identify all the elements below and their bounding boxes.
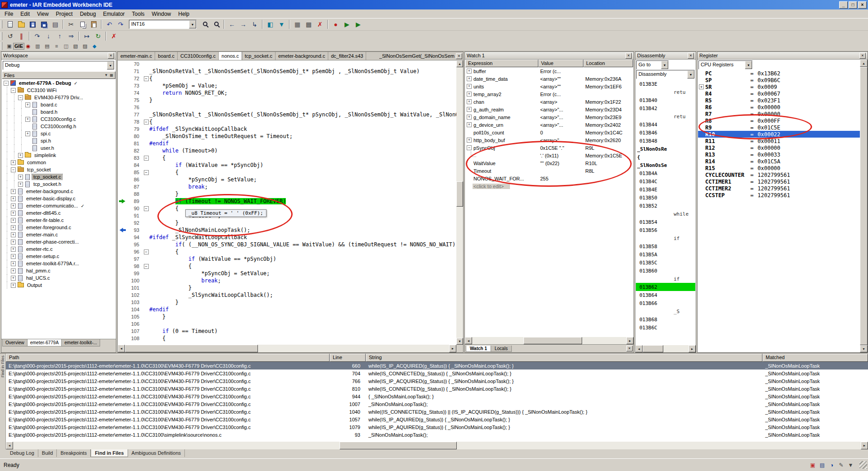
- tree-item-evm430-f6779-driv[interactable]: −EVM430-F6779 Driv...: [2, 94, 115, 101]
- tree-item-cc3100config-c[interactable]: +CC3100config.c: [2, 115, 115, 123]
- editor-tab-nonos-c[interactable]: nonos.c: [219, 52, 242, 60]
- toggle-bookmark-button[interactable]: ◧: [265, 19, 276, 29]
- toolbar-grip[interactable]: [1, 20, 2, 28]
- disasm-line[interactable]: if: [636, 234, 695, 242]
- disasm-line[interactable]: _S: [636, 307, 695, 315]
- menu-file[interactable]: File: [1, 10, 17, 18]
- disasm-line[interactable]: 013B48: [636, 137, 695, 145]
- disassembly-close-icon[interactable]: ×: [688, 53, 694, 59]
- find-result-row[interactable]: E:\jtang\000-projects\2015-projects\1112…: [6, 431, 868, 439]
- pen-settings-icon[interactable]: ✎: [837, 461, 845, 469]
- editor-tab-tcp-socket-c[interactable]: tcp_socket.c: [242, 52, 276, 60]
- fold-minus-icon[interactable]: −: [144, 206, 149, 211]
- find-column-header-path[interactable]: Path: [6, 354, 330, 362]
- tree-expand-toggle[interactable]: +: [11, 232, 16, 237]
- step-into-button[interactable]: ↓: [43, 31, 54, 41]
- register-row-cctimer1[interactable]: CCTIMER1=1202799561: [698, 178, 860, 185]
- tree-item-common[interactable]: +common: [2, 159, 115, 166]
- tree-expand-toggle[interactable]: +: [11, 196, 16, 201]
- watch-expand-toggle[interactable]: +: [467, 122, 472, 127]
- columns-icon[interactable]: ▦: [110, 73, 113, 77]
- stack-window-button[interactable]: ▨: [80, 42, 90, 51]
- watch-hscroll-thumb[interactable]: [524, 337, 582, 344]
- watch-tab-watch-1[interactable]: Watch 1: [466, 346, 491, 352]
- language-bar-options-icon[interactable]: ▼: [846, 461, 855, 469]
- workspace-tab-overview[interactable]: Overview: [2, 339, 28, 346]
- find-result-row[interactable]: E:\jtang\000-projects\2015-projects\1112…: [6, 392, 868, 400]
- scroll-right-icon[interactable]: ►: [689, 345, 696, 352]
- disassembly-mode-combo[interactable]: Disassembly ▼: [636, 70, 695, 79]
- menu-edit[interactable]: Edit: [17, 10, 33, 18]
- find-column-header-line[interactable]: Line: [330, 354, 366, 362]
- disasm-line[interactable]: _SlNonOsRe: [636, 145, 695, 153]
- menu-debug[interactable]: Debug: [76, 10, 99, 18]
- tree-expand-toggle[interactable]: +: [11, 283, 16, 288]
- watch-new-row[interactable]: <click to edit>: [465, 182, 633, 190]
- disasm-line[interactable]: 013B54: [636, 218, 695, 226]
- symbolic-memory-button[interactable]: ▤: [42, 42, 52, 51]
- goto-button[interactable]: ↳: [249, 19, 260, 29]
- navigate-forward-button[interactable]: →: [238, 19, 249, 29]
- register-group-value[interactable]: CPU Registers: [699, 61, 745, 69]
- watch-expand-toggle[interactable]: +: [467, 138, 472, 143]
- search-combo[interactable]: INT16 ▼: [129, 20, 197, 29]
- register-row-sr[interactable]: +SR=0x0009: [698, 83, 860, 90]
- register-row-pc[interactable]: PC=0x13B62: [698, 70, 860, 77]
- find-next-button[interactable]: [211, 19, 222, 29]
- scroll-down-icon[interactable]: ▼: [860, 345, 868, 352]
- register-vscroll-thumb[interactable]: [860, 67, 868, 345]
- register-expand-toggle[interactable]: +: [699, 84, 704, 89]
- tree-item-tcp-socket-h[interactable]: +tcp_socket.h: [2, 180, 115, 188]
- watch-row-timeout[interactable]: TimeoutR8L: [465, 167, 633, 175]
- tree-expand-toggle[interactable]: −: [18, 95, 23, 100]
- watch-tab-locals[interactable]: Locals: [491, 346, 512, 352]
- tree-item-spi-c[interactable]: +spi.c: [2, 130, 115, 137]
- files-column-header[interactable]: Files ▼ ▦: [2, 71, 115, 79]
- scroll-right-icon[interactable]: ►: [861, 442, 868, 449]
- disasm-hscroll-thumb[interactable]: [643, 345, 663, 352]
- watch-row-units[interactable]: +units<array>""Memory:0x1EF6: [465, 83, 633, 90]
- tree-expand-toggle[interactable]: −: [4, 81, 9, 86]
- watch-expand-toggle[interactable]: +: [467, 107, 472, 112]
- watch-row-g-device-urn[interactable]: +g_device_urn<array>"...Memory:0x2402: [465, 121, 633, 129]
- find-hscroll-thumb[interactable]: [340, 442, 457, 449]
- configuration-combo-value[interactable]: Debug: [3, 61, 107, 69]
- tree-item-emeter-foreground-c[interactable]: +emeter-foreground.c: [2, 224, 115, 231]
- bottom-tab-breakpoints[interactable]: Breakpoints: [57, 449, 91, 457]
- stop-debugging-button[interactable]: ✗: [108, 31, 119, 41]
- next-statement-button[interactable]: ⇒: [65, 31, 77, 41]
- disassembly-horizontal-scrollbar[interactable]: ◄ ►: [635, 345, 696, 352]
- register-row-r8[interactable]: R8=0x000FF: [698, 117, 860, 124]
- watch-row-poll10s-count[interactable]: poll10s_count0Memory:0x1C4C: [465, 129, 633, 136]
- disassembly-mode-value[interactable]: Disassembly: [637, 70, 687, 78]
- editor-vertical-scrollbar[interactable]: ▲ ▼: [456, 60, 463, 345]
- register-row-r13[interactable]: R13=0x00033: [698, 151, 860, 158]
- tree-item-emeter-communicatio[interactable]: +emeter-communicatio...✓: [2, 202, 115, 209]
- toggle-breakpoint-button[interactable]: ●: [330, 19, 341, 29]
- tree-expand-toggle[interactable]: +: [11, 189, 16, 194]
- tree-item-emeter-main-c[interactable]: +emeter-main.c: [2, 231, 115, 238]
- disasm-line[interactable]: 013B50: [636, 194, 695, 202]
- tree-item-simplelink[interactable]: +simplelink: [2, 152, 115, 159]
- tree-item-user-h[interactable]: user.h: [2, 144, 115, 152]
- menu-tools[interactable]: Tools: [129, 10, 148, 18]
- watch-row-chan[interactable]: +chan<array>Memory:0x1F22: [465, 98, 633, 106]
- step-out-button[interactable]: ↑: [54, 31, 65, 41]
- goto-combo-value[interactable]: Go to: [637, 61, 661, 69]
- minimize-button[interactable]: _: [839, 1, 848, 9]
- watch-row-date-time-data[interactable]: +date_time_data<array>""Memory:0x236A: [465, 75, 633, 83]
- make-button[interactable]: ▩: [303, 19, 314, 29]
- cut-button[interactable]: ✂: [65, 19, 77, 29]
- scroll-right-icon[interactable]: ►: [626, 337, 634, 344]
- tree-expand-toggle[interactable]: +: [11, 276, 16, 281]
- tree-item-emeter-6779a-debug[interactable]: −emeter-6779A - Debug✓: [2, 79, 115, 87]
- disasm-current-line[interactable]: 013B62: [636, 283, 695, 291]
- tree-expand-toggle[interactable]: +: [11, 268, 16, 273]
- close-button[interactable]: ×: [858, 1, 867, 9]
- search-combo-value[interactable]: INT16: [129, 20, 189, 28]
- disasm-line[interactable]: {: [636, 153, 695, 161]
- reset-button[interactable]: ↺: [5, 31, 16, 41]
- tree-item-emeter-fir-table-c[interactable]: +emeter-fir-table.c: [2, 217, 115, 224]
- tree-item-spi-h[interactable]: spi.h: [2, 137, 115, 144]
- configuration-combo[interactable]: Debug ▼: [3, 61, 115, 70]
